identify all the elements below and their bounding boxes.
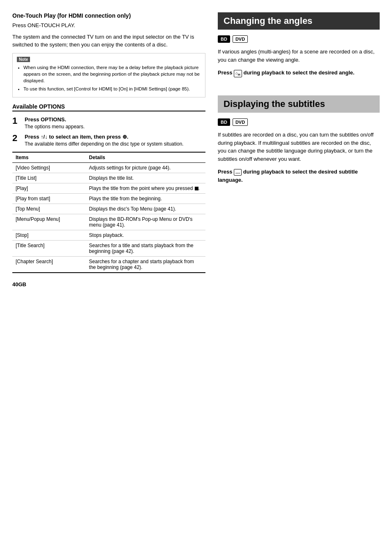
angles-press-instruction: Press ⌂H during playback to select the d… (218, 69, 380, 77)
step-2: 2 Press ↑/↓ to select an item, then pres… (12, 134, 205, 147)
table-cell-details: Plays the title from the beginning. (86, 193, 205, 204)
step-2-main: Press ↑/↓ to select an item, then press … (25, 134, 205, 140)
stop-square-icon (195, 187, 198, 190)
table-row: [Video Settings]Adjusts settings for pic… (12, 162, 205, 173)
step-1-content: Press OPTIONS. The options menu appears. (25, 116, 205, 130)
table-cell-details: Displays the title list. (86, 173, 205, 183)
subtitles-section: Displaying the subtitles BD DVD If subti… (218, 95, 380, 184)
hdmi-body: The system and the connected TV turn on … (12, 33, 205, 49)
table-cell-item: [Title Search] (12, 240, 86, 256)
table-cell-details: Searches for a chapter and starts playba… (86, 256, 205, 273)
table-cell-details: Searches for a title and starts playback… (86, 240, 205, 256)
step-1-number: 1 (12, 116, 21, 125)
note-item-2: To use this function, set [Control for H… (23, 86, 201, 92)
subtitles-badge-dvd: DVD (233, 118, 248, 126)
step-1-main: Press OPTIONS. (25, 116, 205, 123)
table-row: [Play]Plays the title from the point whe… (12, 183, 205, 193)
table-row: [Title Search]Searches for a title and s… (12, 240, 205, 256)
angles-badge-bd: BD (218, 35, 230, 43)
step-1: 1 Press OPTIONS. The options menu appear… (12, 116, 205, 130)
step-2-number: 2 (12, 134, 21, 143)
options-table: Items Details [Video Settings]Adjusts se… (12, 152, 205, 273)
subtitles-badge-bd: BD (218, 118, 230, 126)
angles-badge-dvd: DVD (233, 35, 248, 43)
page: One-Touch Play (for HDMI connection only… (0, 0, 392, 556)
table-row: [Top Menu]Displays the disc's Top Menu (… (12, 204, 205, 214)
note-list: When using the HDMI connection, there ma… (17, 64, 201, 92)
hdmi-title: One-Touch Play (for HDMI connection only… (12, 12, 205, 19)
table-cell-item: [Play from start] (12, 193, 86, 204)
table-cell-item: [Chapter Search] (12, 256, 86, 273)
table-row: [Menu/Popup Menu]Displays the BD-ROM's P… (12, 214, 205, 230)
table-cell-item: [Menu/Popup Menu] (12, 214, 86, 230)
note-box: Note When using the HDMI connection, the… (12, 53, 205, 97)
angles-title: Changing the angles (218, 12, 380, 30)
note-label: Note (17, 57, 30, 62)
table-cell-details: Stops playback. (86, 230, 205, 240)
col-header-items: Items (12, 152, 86, 163)
table-cell-details: Displays the BD-ROM's Pop-up Menu or DVD… (86, 214, 205, 230)
angles-body: If various angles (multi-angles) for a s… (218, 48, 380, 64)
step-1-sub: The options menu appears. (25, 124, 205, 130)
options-section: Available OPTIONS 1 Press OPTIONS. The o… (12, 103, 205, 273)
subtitles-badge-row: BD DVD (218, 118, 380, 126)
col-header-details: Details (86, 152, 205, 163)
table-cell-item: [Play] (12, 183, 86, 193)
table-body: [Video Settings]Adjusts settings for pic… (12, 162, 205, 273)
table-cell-item: [Stop] (12, 230, 86, 240)
table-header-row: Items Details (12, 152, 205, 163)
angle-icon: ⌂H (234, 70, 242, 77)
right-column: Changing the angles BD DVD If various an… (218, 12, 380, 544)
table-row: [Play from start]Plays the title from th… (12, 193, 205, 204)
hdmi-section: One-Touch Play (for HDMI connection only… (12, 12, 205, 97)
table-row: [Chapter Search]Searches for a chapter a… (12, 256, 205, 273)
options-title: Available OPTIONS (12, 103, 205, 111)
left-column: One-Touch Play (for HDMI connection only… (12, 12, 205, 544)
table-row: [Stop]Stops playback. (12, 230, 205, 240)
angles-section: Changing the angles BD DVD If various an… (218, 12, 380, 77)
step-2-content: Press ↑/↓ to select an item, then press … (25, 134, 205, 147)
hdmi-intro: Press ONE-TOUCH PLAY. (12, 21, 205, 30)
subtitles-press-instruction: Press .... during playback to select the… (218, 168, 380, 184)
step-2-sub: The available items differ depending on … (25, 141, 205, 147)
subtitle-icon: .... (234, 169, 242, 176)
angles-badge-row: BD DVD (218, 35, 380, 43)
section-spacer (218, 83, 380, 95)
subtitles-title: Displaying the subtitles (218, 95, 380, 113)
subtitles-body: If subtitles are recorded on a disc, you… (218, 131, 380, 163)
table-cell-item: [Video Settings] (12, 162, 86, 173)
table-row: [Title List]Displays the title list. (12, 173, 205, 183)
table-cell-item: [Top Menu] (12, 204, 86, 214)
table-cell-details: Displays the disc's Top Menu (page 41). (86, 204, 205, 214)
page-number: 40GB (12, 281, 205, 287)
table-cell-details: Plays the title from the point where you… (86, 183, 205, 193)
table-cell-details: Adjusts settings for picture (page 44). (86, 162, 205, 173)
note-item-1: When using the HDMI connection, there ma… (23, 64, 201, 84)
table-cell-item: [Title List] (12, 173, 86, 183)
